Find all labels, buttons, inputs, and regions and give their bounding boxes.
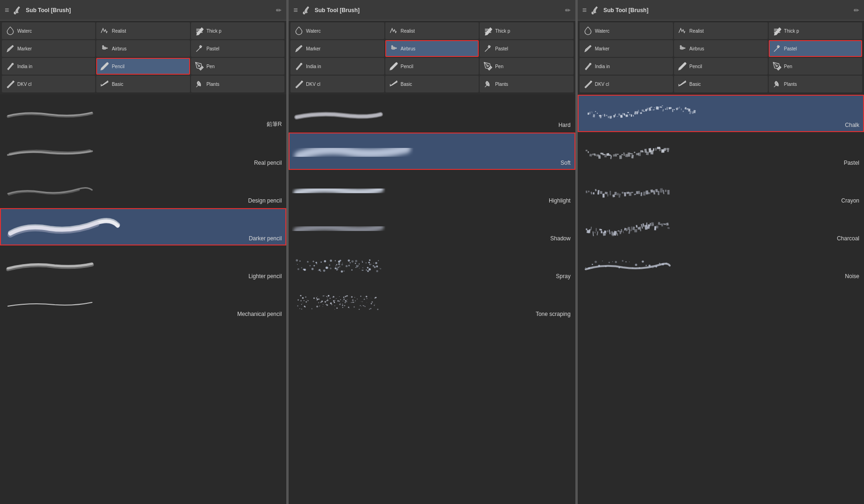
tool-item-realistic[interactable]: Realist <box>96 22 190 39</box>
svg-point-122 <box>366 296 368 298</box>
tool-item-watercolor[interactable]: Waterc <box>580 22 673 39</box>
tool-item-watercolor[interactable]: Waterc <box>2 22 95 39</box>
tool-item-airbrush[interactable]: Airbrus <box>96 40 190 57</box>
brush-item-real-pencil[interactable]: Real pencil <box>0 133 286 170</box>
tool-item-india[interactable]: India in <box>580 58 673 75</box>
brush-item-chalk[interactable]: Chalk <box>578 95 864 132</box>
svg-point-160 <box>334 301 335 303</box>
svg-point-53 <box>369 259 370 261</box>
brush-item-noise[interactable]: Noise <box>578 246 864 283</box>
watercolor-icon <box>294 26 304 35</box>
tool-item-india[interactable]: India in <box>290 58 384 75</box>
svg-rect-240 <box>643 111 644 112</box>
tool-item-basic[interactable]: Basic <box>385 76 479 92</box>
svg-rect-269 <box>585 150 587 151</box>
tool-item-plants[interactable]: Plants <box>769 76 862 92</box>
brush-item-darker-pencil[interactable]: Darker pencil <box>0 208 286 245</box>
edit-icon[interactable]: ✏ <box>276 7 282 14</box>
svg-rect-218 <box>604 114 605 116</box>
brush-name: Spray <box>556 273 570 280</box>
tool-item-marker[interactable]: Marker <box>580 40 673 57</box>
brush-item-charcoal[interactable]: Charcoal <box>578 208 864 245</box>
tool-item-pastel[interactable]: Pastel <box>480 40 573 57</box>
tool-label: Pen <box>495 64 503 69</box>
tool-label: Realist <box>401 28 415 34</box>
svg-rect-310 <box>588 190 589 192</box>
tool-item-pen[interactable]: Pen <box>769 58 862 75</box>
brush-item-pastel[interactable]: Pastel <box>578 133 864 170</box>
brush-item-hard[interactable]: Hard <box>289 95 575 132</box>
svg-point-102 <box>357 299 358 299</box>
tool-item-dkv[interactable]: DKV cl <box>290 76 384 92</box>
tool-label: India in <box>306 64 321 69</box>
svg-point-6 <box>362 260 363 261</box>
svg-point-22 <box>314 265 315 266</box>
brush-item-crayon[interactable]: Crayon <box>578 170 864 208</box>
tool-item-marker[interactable]: Marker <box>2 40 95 57</box>
tool-item-airbrush[interactable]: Airbrus <box>385 40 479 57</box>
svg-point-78 <box>348 265 350 266</box>
svg-point-25 <box>355 260 358 262</box>
tool-item-pencil[interactable]: Pencil <box>385 58 479 75</box>
tool-item-thick[interactable]: Thick p <box>191 22 284 39</box>
brush-preview <box>579 171 863 207</box>
tool-item-dkv[interactable]: DKV cl <box>580 76 673 92</box>
tool-item-realistic[interactable]: Realist <box>674 22 767 39</box>
tool-label: Plants <box>784 82 797 87</box>
brush-item-soft[interactable]: Soft <box>289 133 575 170</box>
tool-item-pen[interactable]: Pen <box>191 58 284 75</box>
svg-point-147 <box>364 299 365 300</box>
brush-item-highlight[interactable]: Highlight <box>289 170 575 208</box>
panel-2: ≡ Sub Tool [Brush] ✏ Waterc Realist Thic… <box>289 0 576 504</box>
brush-item-shadow[interactable]: Shadow <box>289 208 575 245</box>
tool-item-basic[interactable]: Basic <box>674 76 767 92</box>
tool-item-marker[interactable]: Marker <box>290 40 384 57</box>
svg-rect-237 <box>637 110 639 113</box>
brush-preview <box>1 171 285 207</box>
tool-item-india[interactable]: India in <box>2 58 95 75</box>
tool-item-basic[interactable]: Basic <box>96 76 190 92</box>
svg-rect-261 <box>680 108 681 110</box>
tool-item-pastel[interactable]: Pastel <box>769 40 862 57</box>
svg-rect-322 <box>616 193 618 195</box>
svg-point-144 <box>359 309 360 310</box>
tool-label: Pastel <box>784 46 797 51</box>
tool-item-pencil[interactable]: Pencil <box>96 58 190 75</box>
tool-item-dkv[interactable]: DKV cl <box>2 76 95 92</box>
edit-icon[interactable]: ✏ <box>565 7 571 14</box>
svg-rect-349 <box>595 231 595 233</box>
svg-point-191 <box>303 303 303 303</box>
brush-item-spray[interactable]: Spray <box>289 246 575 283</box>
marker-icon <box>583 44 593 53</box>
tool-item-airbrush[interactable]: Airbrus <box>674 40 767 57</box>
brush-item-design-pencil[interactable]: Design pencil <box>0 170 286 208</box>
menu-icon[interactable]: ≡ <box>293 6 297 14</box>
svg-point-47 <box>320 271 321 272</box>
svg-rect-309 <box>586 191 588 193</box>
tool-item-pencil[interactable]: Pencil <box>674 58 767 75</box>
tool-item-realistic[interactable]: Realist <box>385 22 479 39</box>
brush-preview <box>290 209 574 245</box>
menu-icon[interactable]: ≡ <box>582 6 587 14</box>
tool-item-plants[interactable]: Plants <box>191 76 284 92</box>
svg-point-125 <box>323 306 323 307</box>
brush-item-lighter-pencil[interactable]: Lighter pencil <box>0 246 286 283</box>
brush-item-pencil-r[interactable]: 鉛筆R <box>0 95 286 132</box>
svg-rect-267 <box>692 111 694 114</box>
tool-item-thick[interactable]: Thick p <box>480 22 573 39</box>
svg-point-4 <box>391 45 393 47</box>
menu-icon[interactable]: ≡ <box>5 6 9 14</box>
tool-item-plants[interactable]: Plants <box>480 76 573 92</box>
tool-item-thick[interactable]: Thick p <box>769 22 862 39</box>
svg-point-32 <box>362 262 363 263</box>
svg-point-57 <box>348 259 350 262</box>
tool-item-watercolor[interactable]: Waterc <box>290 22 384 39</box>
brush-item-tone-scraping[interactable]: Tone scraping <box>289 284 575 321</box>
tool-item-pen[interactable]: Pen <box>480 58 573 75</box>
svg-rect-225 <box>616 116 618 117</box>
svg-point-36 <box>340 267 340 268</box>
edit-icon[interactable]: ✏ <box>854 7 859 14</box>
brush-item-mechanical-pencil[interactable]: Mechanical pencil <box>0 284 286 321</box>
svg-rect-231 <box>627 112 629 113</box>
tool-item-pastel[interactable]: Pastel <box>191 40 284 57</box>
